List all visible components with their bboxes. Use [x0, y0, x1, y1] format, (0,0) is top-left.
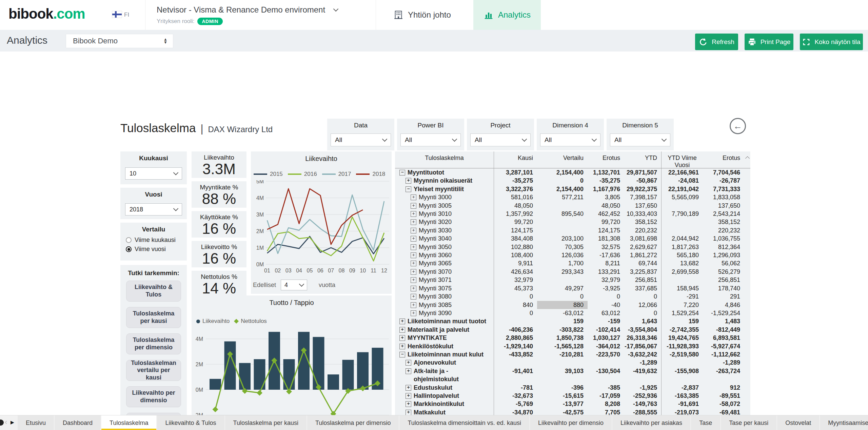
expand-icon[interactable]: + [406, 360, 411, 366]
refresh-button[interactable]: Refresh [695, 34, 738, 50]
radio-viime-kuukausi[interactable]: Viime kuukausi [126, 237, 176, 244]
table-row-name[interactable]: +Henkilöstökulut [395, 342, 494, 350]
table-scroll-up[interactable] [744, 151, 750, 168]
drill-button-5[interactable]: Liikevaihto per dimensio [126, 386, 181, 407]
expand-icon[interactable]: + [406, 401, 411, 407]
slicer-dropdown[interactable]: All [470, 134, 531, 146]
table-row-name[interactable]: +Myynti 3090 [395, 309, 494, 317]
expand-icon[interactable]: + [411, 286, 416, 291]
slicer-dropdown[interactable]: All [400, 134, 461, 146]
table-row-name[interactable]: +Myynti 3030 [395, 226, 494, 234]
table-row-name[interactable]: +Myynti 3070 [395, 268, 494, 276]
page-tab-dashboard[interactable]: Dashboard [55, 415, 101, 430]
expand-icon[interactable]: + [411, 310, 416, 316]
collapse-icon[interactable]: − [399, 352, 405, 357]
page-tab-liikevaihto-tulos[interactable]: Liikevaihto & Tulos [157, 415, 224, 430]
table-scroll-up-icon[interactable] [745, 156, 750, 161]
finland-flag-icon[interactable] [112, 11, 122, 18]
slicer-dropdown[interactable]: All [540, 134, 600, 146]
expand-icon[interactable]: + [411, 244, 416, 250]
expand-icon[interactable]: + [411, 294, 416, 300]
table-row-name[interactable]: +Myynti 3085 [395, 301, 494, 309]
drill-button-2[interactable]: Tuloslaskelma per kausi [126, 307, 181, 328]
column-header-kausi[interactable]: Kausi [494, 151, 537, 168]
table-row-name[interactable]: −Liiketoiminnan muut kulut [395, 350, 494, 359]
drill-button-1[interactable]: Liikevaihto & Tulos [126, 281, 181, 302]
expand-icon[interactable]: + [411, 228, 416, 233]
table-row-name[interactable]: +Myynti 3065 [395, 259, 494, 267]
table-row-name[interactable]: +Myynti 3075 [395, 284, 494, 292]
page-tab-tase-per-kausi[interactable]: Tase per kausi [721, 415, 776, 430]
page-tab-tase[interactable]: Tase [691, 415, 720, 430]
drill-button-4[interactable]: Tuloslaskelman vertailu per kausi [126, 360, 181, 381]
column-header-vertailu[interactable]: Vertailu [537, 151, 588, 168]
expand-icon[interactable]: + [406, 368, 411, 374]
slicer-dropdown[interactable]: All [331, 134, 391, 146]
expand-icon[interactable]: + [411, 236, 416, 242]
expand-icon[interactable]: + [399, 327, 405, 333]
table-row-name[interactable]: +Myynti 3050 [395, 243, 494, 251]
expand-icon[interactable]: + [406, 385, 411, 391]
table-row-name[interactable]: −Yleiset myyntitilit [395, 185, 494, 193]
drill-button-3[interactable]: Tuloslaskelma per dimensio [126, 333, 181, 354]
tabs-scroll-right-icon[interactable]: ▶ [11, 419, 14, 425]
tabs-scroll-left-icon[interactable]: ‹ [5, 418, 7, 427]
expand-icon[interactable]: + [411, 261, 416, 266]
table-row-name[interactable]: +Myynti 3071 [395, 276, 494, 284]
table-row-name[interactable]: +Myynti 3040 [395, 234, 494, 243]
table-row-name[interactable]: +Liiketoiminnan muut tuotot [395, 317, 494, 325]
expand-icon[interactable]: + [399, 319, 405, 324]
page-tab-etusivu[interactable]: Etusivu [18, 415, 54, 430]
print-page-button[interactable]: Print Page [745, 34, 793, 50]
expand-icon[interactable]: + [411, 203, 416, 209]
table-row-name[interactable]: +Hallintopalvelut [395, 392, 494, 400]
nav-tab-analytics[interactable]: Analytics [473, 0, 541, 30]
expand-icon[interactable]: + [399, 344, 405, 349]
table-row-name[interactable]: +MYYNTIKATE [395, 334, 494, 342]
column-header-erotus[interactable]: Erotus [588, 151, 624, 168]
page-tab-liikevaihto-per-asiakas[interactable]: Liikevaihto per asiakas [612, 415, 690, 430]
column-header-ytd[interactable]: YTD [624, 151, 662, 168]
expand-icon[interactable]: + [411, 211, 416, 217]
expand-icon[interactable]: + [406, 178, 411, 184]
page-tab-liikevaihto-per-dimensio[interactable]: Liikevaihto per dimensio [530, 415, 612, 430]
expand-icon[interactable]: + [411, 269, 416, 275]
column-header-ytd-viime-vuosi[interactable]: YTD Viime Vuosi [662, 151, 703, 168]
table-row-name[interactable]: +Myynti 3000 [395, 193, 494, 201]
table-row-name[interactable]: +Myynnin oikaisuerät [395, 177, 494, 185]
expand-icon[interactable]: + [411, 302, 416, 308]
expand-icon[interactable]: + [399, 335, 405, 341]
collapse-icon[interactable]: − [399, 170, 405, 176]
page-tab-ostovelat[interactable]: Ostovelat [777, 415, 819, 430]
radio-viime-vuosi[interactable]: Viime vuosi [126, 246, 166, 253]
table-row-name[interactable]: +Atk-laite ja -ohjelmistokulut [395, 367, 494, 384]
page-tab-tuloslaskelma-dimensioittain-vs-ed-kausi[interactable]: Tuloslaskelma dimensioittain vs. ed. kau… [399, 415, 529, 430]
nav-tab-company-management[interactable]: Yhtiön johto [383, 0, 461, 30]
page-tab-myyntisaamiset[interactable]: Myyntisaamiset [820, 415, 868, 430]
back-button[interactable]: ← [730, 118, 746, 134]
slicer-dropdown[interactable]: All [610, 134, 670, 146]
expand-icon[interactable]: + [411, 219, 416, 225]
expand-icon[interactable]: + [406, 410, 411, 415]
table-row-name[interactable]: +Markkinointikulut [395, 400, 494, 408]
expand-icon[interactable]: + [406, 393, 411, 399]
table-row-name[interactable]: +Myynti 3005 [395, 202, 494, 210]
table-row-name[interactable]: +Myynti 3080 [395, 292, 494, 301]
table-row-name[interactable]: +Edustuskulut [395, 384, 494, 392]
table-row-name[interactable]: −Myyntituotot [395, 168, 494, 177]
table-row-name[interactable]: +Myynti 3020 [395, 218, 494, 226]
expand-icon[interactable]: + [411, 277, 416, 283]
fullscreen-button[interactable]: Koko näytön tila [800, 34, 863, 50]
table-row-name[interactable]: +Ajoneuvokulut [395, 359, 494, 367]
company-selector[interactable]: Netvisor - Visma & Renance Demo envirome… [157, 5, 374, 25]
page-tab-tuloslaskelma-per-kausi[interactable]: Tuloslaskelma per kausi [225, 415, 307, 430]
year-dropdown[interactable]: 2018 [125, 203, 182, 216]
period-dropdown[interactable]: 4 [281, 280, 307, 290]
page-tab-tuloslaskelma-per-dimensio[interactable]: Tuloslaskelma per dimensio [307, 415, 399, 430]
expand-icon[interactable]: + [411, 194, 416, 200]
expand-icon[interactable]: + [411, 252, 416, 258]
table-row-name[interactable]: +Myynti 3060 [395, 251, 494, 259]
workspace-select[interactable]: Bibook Demo ▲▼ [66, 34, 173, 48]
collapse-icon[interactable]: − [406, 186, 411, 192]
table-row-name[interactable]: +Myynti 3010 [395, 210, 494, 218]
